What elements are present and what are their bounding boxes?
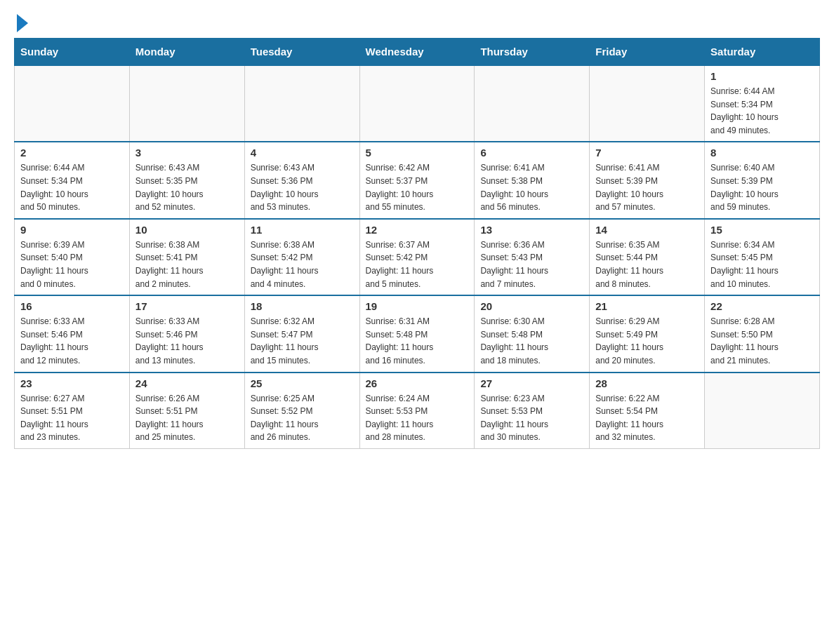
day-info: Sunrise: 6:40 AM Sunset: 5:39 PM Dayligh… (710, 161, 814, 213)
day-info: Sunrise: 6:33 AM Sunset: 5:46 PM Dayligh… (135, 315, 239, 367)
weekday-header-wednesday: Wednesday (359, 39, 475, 66)
calendar-cell: 9Sunrise: 6:39 AM Sunset: 5:40 PM Daylig… (15, 219, 130, 295)
day-number: 24 (135, 377, 239, 389)
day-info: Sunrise: 6:38 AM Sunset: 5:41 PM Dayligh… (135, 239, 239, 290)
calendar-cell: 5Sunrise: 6:42 AM Sunset: 5:37 PM Daylig… (359, 142, 475, 218)
day-number: 19 (366, 300, 469, 312)
day-info: Sunrise: 6:37 AM Sunset: 5:42 PM Dayligh… (366, 239, 469, 290)
calendar-cell: 14Sunrise: 6:35 AM Sunset: 5:44 PM Dayli… (590, 219, 705, 295)
day-number: 14 (595, 224, 699, 236)
day-number: 20 (480, 300, 583, 312)
day-number: 23 (20, 377, 124, 389)
calendar-cell: 28Sunrise: 6:22 AM Sunset: 5:54 PM Dayli… (590, 373, 705, 449)
day-info: Sunrise: 6:25 AM Sunset: 5:52 PM Dayligh… (251, 392, 354, 444)
day-info: Sunrise: 6:23 AM Sunset: 5:53 PM Dayligh… (480, 392, 583, 444)
calendar-cell: 11Sunrise: 6:38 AM Sunset: 5:42 PM Dayli… (244, 219, 359, 295)
calendar-cell: 22Sunrise: 6:28 AM Sunset: 5:50 PM Dayli… (705, 295, 820, 372)
logo-general-line (14, 14, 28, 31)
day-number: 25 (251, 377, 354, 389)
day-info: Sunrise: 6:31 AM Sunset: 5:48 PM Dayligh… (366, 315, 469, 367)
day-number: 11 (251, 224, 354, 236)
calendar-cell: 23Sunrise: 6:27 AM Sunset: 5:51 PM Dayli… (15, 373, 130, 449)
day-info: Sunrise: 6:41 AM Sunset: 5:39 PM Dayligh… (595, 161, 699, 213)
calendar-cell (129, 65, 244, 142)
day-info: Sunrise: 6:22 AM Sunset: 5:54 PM Dayligh… (595, 392, 699, 444)
calendar-cell: 13Sunrise: 6:36 AM Sunset: 5:43 PM Dayli… (475, 219, 590, 295)
day-number: 5 (366, 147, 469, 159)
day-info: Sunrise: 6:35 AM Sunset: 5:44 PM Dayligh… (595, 239, 699, 290)
calendar-cell (475, 65, 590, 142)
day-number: 9 (20, 224, 124, 236)
day-info: Sunrise: 6:44 AM Sunset: 5:34 PM Dayligh… (20, 161, 124, 213)
calendar-cell: 2Sunrise: 6:44 AM Sunset: 5:34 PM Daylig… (15, 142, 130, 218)
weekday-header-monday: Monday (129, 39, 244, 66)
calendar-cell: 25Sunrise: 6:25 AM Sunset: 5:52 PM Dayli… (244, 373, 359, 449)
calendar-cell: 19Sunrise: 6:31 AM Sunset: 5:48 PM Dayli… (359, 295, 475, 372)
day-number: 27 (480, 377, 583, 389)
day-info: Sunrise: 6:34 AM Sunset: 5:45 PM Dayligh… (710, 239, 814, 290)
day-number: 26 (366, 377, 469, 389)
calendar-cell (359, 65, 475, 142)
day-info: Sunrise: 6:36 AM Sunset: 5:43 PM Dayligh… (480, 239, 583, 290)
day-info: Sunrise: 6:33 AM Sunset: 5:46 PM Dayligh… (20, 315, 124, 367)
weekday-header-saturday: Saturday (705, 39, 820, 66)
calendar-week-row: 1Sunrise: 6:44 AM Sunset: 5:34 PM Daylig… (15, 65, 820, 142)
calendar-cell: 24Sunrise: 6:26 AM Sunset: 5:51 PM Dayli… (129, 373, 244, 449)
day-number: 3 (135, 147, 239, 159)
calendar-cell: 10Sunrise: 6:38 AM Sunset: 5:41 PM Dayli… (129, 219, 244, 295)
day-number: 1 (710, 70, 814, 82)
day-info: Sunrise: 6:26 AM Sunset: 5:51 PM Dayligh… (135, 392, 239, 444)
logo-triangle (17, 14, 28, 32)
day-number: 21 (595, 300, 699, 312)
calendar-cell: 17Sunrise: 6:33 AM Sunset: 5:46 PM Dayli… (129, 295, 244, 372)
weekday-header-sunday: Sunday (15, 39, 130, 66)
day-number: 17 (135, 300, 239, 312)
calendar-cell (590, 65, 705, 142)
day-info: Sunrise: 6:27 AM Sunset: 5:51 PM Dayligh… (20, 392, 124, 444)
calendar-week-row: 16Sunrise: 6:33 AM Sunset: 5:46 PM Dayli… (15, 295, 820, 372)
day-number: 15 (710, 224, 814, 236)
day-info: Sunrise: 6:30 AM Sunset: 5:48 PM Dayligh… (480, 315, 583, 367)
day-number: 2 (20, 147, 124, 159)
calendar-cell: 8Sunrise: 6:40 AM Sunset: 5:39 PM Daylig… (705, 142, 820, 218)
calendar-cell: 15Sunrise: 6:34 AM Sunset: 5:45 PM Dayli… (705, 219, 820, 295)
day-info: Sunrise: 6:29 AM Sunset: 5:49 PM Dayligh… (595, 315, 699, 367)
calendar-cell (15, 65, 130, 142)
day-info: Sunrise: 6:38 AM Sunset: 5:42 PM Dayligh… (251, 239, 354, 290)
day-info: Sunrise: 6:42 AM Sunset: 5:37 PM Dayligh… (366, 161, 469, 213)
calendar-cell: 20Sunrise: 6:30 AM Sunset: 5:48 PM Dayli… (475, 295, 590, 372)
calendar-week-row: 23Sunrise: 6:27 AM Sunset: 5:51 PM Dayli… (15, 373, 820, 449)
day-info: Sunrise: 6:43 AM Sunset: 5:35 PM Dayligh… (135, 161, 239, 213)
weekday-header-friday: Friday (590, 39, 705, 66)
day-info: Sunrise: 6:32 AM Sunset: 5:47 PM Dayligh… (251, 315, 354, 367)
day-number: 28 (595, 377, 699, 389)
day-number: 6 (480, 147, 583, 159)
day-number: 7 (595, 147, 699, 159)
weekday-header-row: SundayMondayTuesdayWednesdayThursdayFrid… (15, 39, 820, 66)
weekday-header-tuesday: Tuesday (244, 39, 359, 66)
page-header (14, 14, 820, 31)
day-number: 13 (480, 224, 583, 236)
day-info: Sunrise: 6:28 AM Sunset: 5:50 PM Dayligh… (710, 315, 814, 367)
logo (14, 14, 28, 31)
calendar-cell: 1Sunrise: 6:44 AM Sunset: 5:34 PM Daylig… (705, 65, 820, 142)
day-info: Sunrise: 6:24 AM Sunset: 5:53 PM Dayligh… (366, 392, 469, 444)
day-info: Sunrise: 6:44 AM Sunset: 5:34 PM Dayligh… (710, 85, 814, 137)
day-number: 4 (251, 147, 354, 159)
calendar-week-row: 2Sunrise: 6:44 AM Sunset: 5:34 PM Daylig… (15, 142, 820, 218)
calendar-cell (244, 65, 359, 142)
calendar-table: SundayMondayTuesdayWednesdayThursdayFrid… (14, 38, 820, 449)
calendar-cell: 18Sunrise: 6:32 AM Sunset: 5:47 PM Dayli… (244, 295, 359, 372)
calendar-cell (705, 373, 820, 449)
weekday-header-thursday: Thursday (475, 39, 590, 66)
day-info: Sunrise: 6:41 AM Sunset: 5:38 PM Dayligh… (480, 161, 583, 213)
calendar-cell: 26Sunrise: 6:24 AM Sunset: 5:53 PM Dayli… (359, 373, 475, 449)
day-number: 10 (135, 224, 239, 236)
calendar-cell: 16Sunrise: 6:33 AM Sunset: 5:46 PM Dayli… (15, 295, 130, 372)
calendar-cell: 12Sunrise: 6:37 AM Sunset: 5:42 PM Dayli… (359, 219, 475, 295)
day-number: 12 (366, 224, 469, 236)
calendar-cell: 4Sunrise: 6:43 AM Sunset: 5:36 PM Daylig… (244, 142, 359, 218)
calendar-cell: 7Sunrise: 6:41 AM Sunset: 5:39 PM Daylig… (590, 142, 705, 218)
calendar-week-row: 9Sunrise: 6:39 AM Sunset: 5:40 PM Daylig… (15, 219, 820, 295)
calendar-cell: 21Sunrise: 6:29 AM Sunset: 5:49 PM Dayli… (590, 295, 705, 372)
